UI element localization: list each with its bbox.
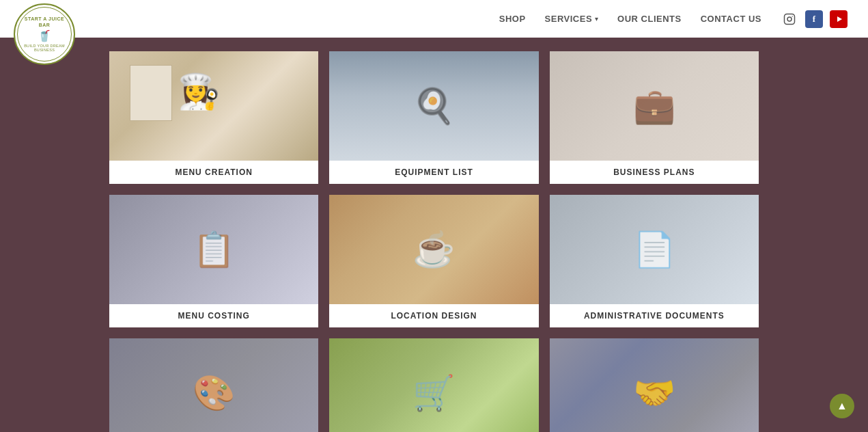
image-menu-costing <box>109 195 318 304</box>
svg-rect-0 <box>785 14 795 24</box>
header: START A JUICE BAR 🥤 BUILD YOUR DREAM BUS… <box>0 0 868 38</box>
grid-item-menu-creation[interactable]: MENU CREATION <box>109 51 318 184</box>
grid-item-brand-development[interactable]: BRAND DEVELOPMENT <box>109 338 318 432</box>
label-location-design: LOCATION DESIGN <box>329 304 538 327</box>
logo-icon: 🥤 <box>38 29 51 42</box>
chevron-down-icon: ▾ <box>595 15 598 23</box>
grid-item-equipment-list[interactable]: EQUIPMENT LIST <box>329 51 538 184</box>
nav-services-label: SERVICES <box>545 14 593 24</box>
nav-clients[interactable]: OUR CLIENTS <box>617 14 682 24</box>
image-administrative-documents <box>550 195 759 304</box>
youtube-icon[interactable] <box>830 10 848 28</box>
facebook-icon[interactable]: f <box>805 10 823 28</box>
grid-item-administrative-documents[interactable]: ADMINISTRATIVE DOCUMENTS <box>550 195 759 327</box>
label-menu-costing: MENU COSTING <box>109 304 318 327</box>
nav-contact[interactable]: CONTACT US <box>701 14 761 24</box>
svg-marker-3 <box>837 16 842 22</box>
label-equipment-list: EQUIPMENT LIST <box>329 161 538 184</box>
label-menu-creation: MENU CREATION <box>109 161 318 184</box>
image-brand-development <box>109 338 318 432</box>
grid-item-establishing-vendors[interactable]: ESTABLISHING VENDORS <box>329 338 538 432</box>
logo-line1: START A JUICE BAR <box>21 16 68 28</box>
image-business-plans <box>550 51 759 161</box>
image-establishing-vendors <box>329 338 538 432</box>
nav-shop[interactable]: SHOP <box>499 14 526 24</box>
svg-point-1 <box>787 17 792 21</box>
grid-item-location-design[interactable]: LOCATION DESIGN <box>329 195 538 327</box>
svg-point-2 <box>792 16 793 17</box>
image-location-design <box>329 195 538 304</box>
image-on-site-staff-training <box>550 338 759 432</box>
nav-services[interactable]: SERVICES ▾ <box>545 14 599 24</box>
grid-item-menu-costing[interactable]: MENU COSTING <box>109 195 318 327</box>
grid-item-on-site-staff-training[interactable]: ON-SITE STAFF TRAINING <box>550 338 759 432</box>
logo[interactable]: START A JUICE BAR 🥤 BUILD YOUR DREAM BUS… <box>14 3 75 65</box>
image-menu-creation <box>109 51 318 161</box>
instagram-icon[interactable] <box>781 10 798 28</box>
services-grid: MENU CREATIONEQUIPMENT LISTBUSINESS PLAN… <box>109 51 759 432</box>
logo-line2: BUILD YOUR DREAM BUSINESS <box>21 44 68 52</box>
label-administrative-documents: ADMINISTRATIVE DOCUMENTS <box>550 304 759 327</box>
main-nav: SHOP SERVICES ▾ OUR CLIENTS CONTACT US f <box>499 10 848 28</box>
label-business-plans: BUSINESS PLANS <box>550 161 759 184</box>
social-icons: f <box>781 10 848 28</box>
scroll-to-top-button[interactable]: ▲ <box>830 394 854 418</box>
main-content: MENU CREATIONEQUIPMENT LISTBUSINESS PLAN… <box>0 38 868 432</box>
grid-item-business-plans[interactable]: BUSINESS PLANS <box>550 51 759 184</box>
image-equipment-list <box>329 51 538 161</box>
